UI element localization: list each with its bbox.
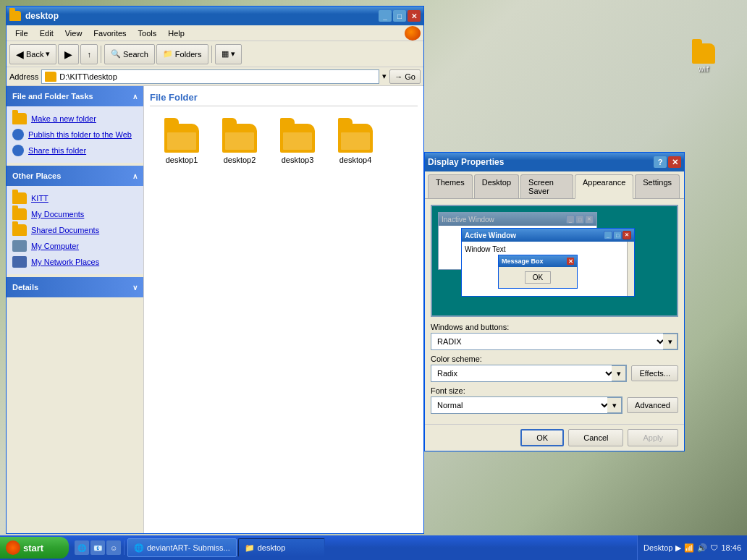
search-label: Search [123, 50, 148, 59]
tab-settings[interactable]: Settings [635, 174, 680, 198]
other-places-content: KITT My Documents Shared Documents My Co… [7, 186, 143, 274]
other-places-section: Other Places ∧ KITT My Documents Shared … [7, 166, 143, 274]
color-scheme-select[interactable]: Radix [431, 365, 615, 381]
folder-item-desktop1[interactable]: desktop1 [156, 121, 208, 167]
file-tasks-content: Make a new folder Publish this folder to… [7, 106, 143, 163]
publish-folder-action[interactable]: Publish this folder to the Web [12, 127, 138, 143]
quick-launch-btn-1[interactable]: 🌐 [75, 540, 89, 555]
other-places-header[interactable]: Other Places ∧ [7, 166, 143, 186]
taskbar-item-deviantart[interactable]: 🌐 deviantART- Submiss... [127, 538, 237, 557]
menu-tools[interactable]: Tools [132, 27, 163, 39]
font-size-select[interactable]: Normal [431, 397, 610, 413]
effects-button[interactable]: Effects... [631, 365, 678, 381]
maximize-button[interactable]: □ [393, 10, 406, 22]
tab-screen-saver[interactable]: Screen Saver [520, 174, 573, 198]
dialog-buttons: OK Cancel Apply [425, 424, 684, 451]
menu-file[interactable]: File [9, 27, 34, 39]
tray-expand-icon[interactable]: ▶ [675, 543, 681, 553]
folder-icon [692, 43, 715, 64]
windows-buttons-dropdown-arrow[interactable]: ▾ [663, 334, 678, 349]
taskbar: start 🌐 📧 ☺ 🌐 deviantART- Submiss... 📁 d… [0, 535, 747, 560]
my-computer-icon [12, 240, 27, 252]
quick-launch-btn-2[interactable]: 📧 [90, 540, 105, 555]
dialog-help-button[interactable]: ? [654, 156, 667, 168]
folder-item-desktop2[interactable]: desktop2 [214, 121, 266, 167]
start-button[interactable]: start [0, 537, 69, 559]
other-places-label: Other Places [12, 171, 61, 180]
cancel-button[interactable]: Cancel [568, 429, 623, 446]
menu-help[interactable]: Help [162, 27, 190, 39]
file-tasks-section: File and Folder Tasks ∧ Make a new folde… [7, 86, 143, 163]
details-header[interactable]: Details ∨ [7, 277, 143, 297]
toolbar-separator [101, 46, 101, 63]
folder-item-desktop3[interactable]: desktop3 [271, 121, 324, 167]
quick-launch-btn-3[interactable]: ☺ [106, 540, 121, 555]
explorer-body: File and Folder Tasks ∧ Make a new folde… [7, 86, 423, 533]
make-new-folder-action[interactable]: Make a new folder [12, 111, 138, 127]
my-network-places-link[interactable]: My Network Places [12, 254, 138, 270]
share-folder-action[interactable]: Share this folder [12, 143, 138, 158]
preview-inactive-label: Inactive Window [442, 216, 494, 224]
folder-item-desktop4[interactable]: desktop4 [329, 121, 381, 167]
preview-inactive-titlebar: Inactive Window _ □ ✕ [439, 213, 596, 226]
go-icon: → [394, 72, 402, 81]
search-icon: 🔍 [111, 49, 121, 59]
color-scheme-select-container: Radix ▾ [431, 365, 627, 382]
taskbar-item-label-deviantart: deviantART- Submiss... [147, 543, 230, 552]
views-dropdown-icon: ▾ [231, 49, 235, 59]
shared-documents-link[interactable]: Shared Documents [12, 222, 138, 238]
toolbar-separator-2 [211, 46, 212, 63]
font-size-controls: Normal ▾ Advanced [431, 396, 678, 414]
menu-edit[interactable]: Edit [34, 27, 59, 39]
dialog-content: Inactive Window _ □ ✕ Active Window _ □ [425, 199, 684, 424]
dialog-close-button[interactable]: ✕ [668, 156, 681, 168]
back-button[interactable]: ◀ Back ▾ [9, 44, 56, 64]
file-tasks-header[interactable]: File and Folder Tasks ∧ [7, 86, 143, 106]
ok-button[interactable]: OK [520, 429, 564, 446]
font-size-dropdown-arrow[interactable]: ▾ [607, 397, 622, 413]
menu-favorites[interactable]: Favorites [88, 27, 132, 39]
folder-label-desktop2: desktop2 [224, 156, 256, 164]
color-scheme-controls: Radix ▾ Effects... [431, 365, 678, 382]
preview-active-window: Active Window _ □ ✕ Window Text Message … [461, 228, 635, 297]
views-button[interactable]: ▦ ▾ [215, 44, 242, 64]
dialog-titlebar: Display Properties ? ✕ [425, 153, 684, 171]
views-icon: ▦ [221, 49, 229, 59]
tab-appearance[interactable]: Appearance [575, 174, 633, 199]
my-computer-link[interactable]: My Computer [12, 238, 138, 254]
tab-themes[interactable]: Themes [428, 174, 473, 198]
search-button[interactable]: 🔍 Search [104, 44, 155, 64]
preview-msgbox-close: ✕ [567, 258, 574, 265]
menu-bar: File Edit View Favorites Tools Help [7, 25, 423, 41]
apply-button[interactable]: Apply [628, 429, 678, 446]
windows-buttons-row: Windows and buttons: RADIX ▾ [431, 323, 678, 350]
desktop-icon-wiif[interactable]: wiif [682, 43, 725, 73]
kitt-link[interactable]: KITT [12, 190, 138, 206]
dialog-title: Display Properties [428, 157, 654, 167]
up-button[interactable]: ↑ [80, 44, 98, 64]
minimize-button[interactable]: _ [379, 10, 392, 22]
menu-view[interactable]: View [59, 27, 88, 39]
close-button[interactable]: ✕ [408, 10, 421, 22]
go-button[interactable]: → Go [389, 69, 421, 84]
taskbar-item-desktop[interactable]: 📁 desktop [238, 538, 325, 557]
go-label: Go [405, 72, 415, 81]
back-icon: ◀ [16, 48, 24, 60]
my-docs-icon [12, 208, 27, 220]
windows-buttons-select-container: RADIX ▾ [431, 333, 678, 350]
color-scheme-dropdown-arrow[interactable]: ▾ [612, 365, 626, 381]
preview-inactive-minimize: _ [566, 215, 575, 224]
address-value[interactable]: D:\KITT\desktop [59, 72, 117, 81]
preview-active-body: Window Text Message Box ✕ OK [462, 242, 634, 296]
advanced-button[interactable]: Advanced [627, 397, 678, 413]
back-label: Back [26, 50, 43, 59]
preview-message-box: Message Box ✕ OK [498, 255, 578, 289]
forward-button[interactable]: ▶ [58, 44, 79, 64]
preview-ok-button[interactable]: OK [525, 271, 551, 284]
taskbar-items: 🌐 deviantART- Submiss... 📁 desktop [127, 538, 637, 557]
tab-desktop[interactable]: Desktop [474, 174, 519, 198]
folders-button[interactable]: 📁 Folders [156, 44, 208, 64]
address-dropdown-icon[interactable]: ▾ [382, 72, 387, 81]
my-documents-link[interactable]: My Documents [12, 206, 138, 222]
windows-buttons-select[interactable]: RADIX [431, 334, 666, 349]
